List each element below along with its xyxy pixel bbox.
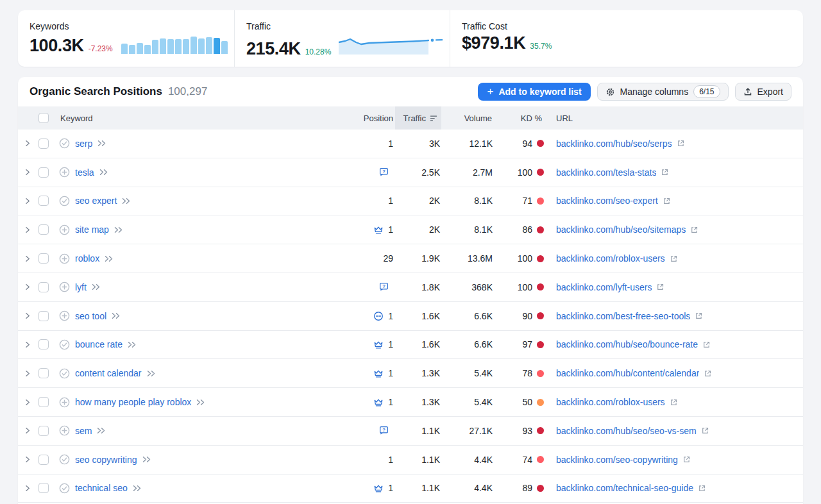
external-link-icon[interactable] (690, 226, 698, 234)
external-link-icon[interactable] (698, 484, 706, 492)
url-link[interactable]: backlinko.com/hub/seo/serps (556, 139, 672, 149)
plus-circle-icon[interactable] (59, 167, 70, 178)
check-circle-icon[interactable] (59, 196, 70, 206)
expand-chevron-icon[interactable] (18, 399, 37, 406)
url-link[interactable]: backlinko.com/seo-copywriting (556, 455, 678, 465)
keyword-link[interactable]: bounce rate (75, 339, 123, 349)
external-link-icon[interactable] (682, 455, 691, 464)
manage-columns-button[interactable]: Manage columns 6/15 (597, 83, 729, 101)
plus-circle-icon[interactable] (59, 253, 70, 264)
expand-chevron-icon[interactable] (18, 140, 37, 147)
column-header-url[interactable]: URL (544, 106, 803, 130)
column-header-keyword[interactable]: Keyword (59, 106, 319, 130)
row-checkbox[interactable] (38, 139, 49, 149)
double-chevron-icon[interactable] (105, 255, 114, 262)
external-link-icon[interactable] (670, 255, 678, 263)
url-link[interactable]: backlinko.com/technical-seo-guide (556, 483, 693, 493)
plus-circle-icon[interactable] (59, 425, 70, 436)
expand-chevron-icon[interactable] (18, 312, 37, 319)
url-link[interactable]: backlinko.com/roblox-users (556, 397, 665, 407)
row-checkbox[interactable] (38, 397, 49, 407)
keyword-link[interactable]: content calendar (75, 368, 142, 378)
expand-chevron-icon[interactable] (18, 169, 37, 176)
external-link-icon[interactable] (670, 398, 678, 407)
check-circle-icon[interactable] (59, 138, 70, 149)
export-button[interactable]: Export (735, 83, 791, 101)
external-link-icon[interactable] (701, 426, 709, 435)
double-chevron-icon[interactable] (97, 427, 106, 434)
expand-chevron-icon[interactable] (18, 370, 37, 377)
expand-chevron-icon[interactable] (18, 427, 37, 434)
double-chevron-icon[interactable] (128, 341, 137, 348)
keyword-link[interactable]: lyft (75, 282, 87, 292)
external-link-icon[interactable] (677, 139, 685, 147)
expand-chevron-icon[interactable] (18, 341, 37, 348)
url-link[interactable]: backlinko.com/lyft-users (556, 282, 652, 292)
external-link-icon[interactable] (704, 369, 712, 378)
row-checkbox[interactable] (38, 311, 49, 321)
check-circle-icon[interactable] (59, 339, 70, 350)
plus-circle-icon[interactable] (59, 310, 70, 321)
url-link[interactable]: backlinko.com/seo-expert (556, 196, 658, 206)
expand-chevron-icon[interactable] (18, 197, 37, 205)
double-chevron-icon[interactable] (112, 312, 121, 319)
row-checkbox[interactable] (38, 196, 49, 206)
check-circle-icon[interactable] (59, 368, 70, 379)
expand-chevron-icon[interactable] (18, 226, 37, 233)
double-chevron-icon[interactable] (147, 370, 156, 377)
expand-chevron-icon[interactable] (18, 255, 37, 262)
column-header-position[interactable]: Position (319, 106, 395, 130)
keyword-link[interactable]: roblox (75, 253, 99, 264)
external-link-icon[interactable] (656, 283, 664, 291)
column-header-kd[interactable]: KD % (494, 106, 544, 130)
double-chevron-icon[interactable] (133, 485, 142, 492)
add-to-keyword-list-button[interactable]: + Add to keyword list (478, 83, 590, 101)
row-checkbox[interactable] (38, 224, 49, 235)
keyword-link[interactable]: site map (75, 224, 109, 235)
url-link[interactable]: backlinko.com/roblox-users (556, 253, 665, 264)
double-chevron-icon[interactable] (114, 226, 123, 233)
external-link-icon[interactable] (661, 168, 669, 176)
plus-circle-icon[interactable] (59, 224, 70, 235)
row-checkbox[interactable] (38, 455, 49, 465)
column-header-traffic[interactable]: Traffic (395, 106, 441, 130)
external-link-icon[interactable] (702, 340, 711, 349)
row-checkbox[interactable] (38, 368, 49, 378)
url-link[interactable]: backlinko.com/hub/seo/seo-vs-sem (556, 426, 697, 436)
keyword-link[interactable]: seo expert (75, 196, 117, 206)
external-link-icon[interactable] (695, 312, 703, 320)
double-chevron-icon[interactable] (92, 283, 101, 290)
keyword-link[interactable]: seo copywriting (75, 455, 137, 465)
row-checkbox[interactable] (38, 282, 49, 292)
url-link[interactable]: backlinko.com/tesla-stats (556, 167, 656, 178)
external-link-icon[interactable] (663, 197, 671, 205)
plus-circle-icon[interactable] (59, 397, 70, 408)
check-circle-icon[interactable] (59, 483, 70, 494)
double-chevron-icon[interactable] (99, 169, 108, 176)
expand-chevron-icon[interactable] (18, 485, 37, 492)
row-checkbox[interactable] (38, 167, 49, 178)
expand-chevron-icon[interactable] (18, 456, 37, 463)
select-all-checkbox[interactable] (38, 113, 49, 123)
keyword-link[interactable]: sem (75, 426, 92, 436)
keyword-link[interactable]: how many people play roblox (75, 397, 191, 407)
column-header-volume[interactable]: Volume (441, 106, 494, 130)
plus-circle-icon[interactable] (59, 281, 70, 292)
double-chevron-icon[interactable] (142, 456, 151, 463)
double-chevron-icon[interactable] (196, 399, 205, 406)
url-link[interactable]: backlinko.com/hub/seo/sitemaps (556, 224, 686, 235)
keyword-link[interactable]: technical seo (75, 483, 128, 493)
check-circle-icon[interactable] (59, 454, 70, 465)
row-checkbox[interactable] (38, 483, 49, 493)
url-link[interactable]: backlinko.com/hub/content/calendar (556, 368, 699, 378)
row-checkbox[interactable] (38, 339, 49, 349)
expand-chevron-icon[interactable] (18, 283, 37, 290)
url-link[interactable]: backlinko.com/hub/seo/bounce-rate (556, 339, 698, 349)
double-chevron-icon[interactable] (122, 197, 131, 205)
row-checkbox[interactable] (38, 426, 49, 436)
row-checkbox[interactable] (38, 253, 49, 264)
keyword-link[interactable]: seo tool (75, 311, 106, 321)
keyword-link[interactable]: serp (75, 139, 92, 149)
url-link[interactable]: backlinko.com/best-free-seo-tools (556, 311, 690, 321)
keyword-link[interactable]: tesla (75, 167, 94, 178)
